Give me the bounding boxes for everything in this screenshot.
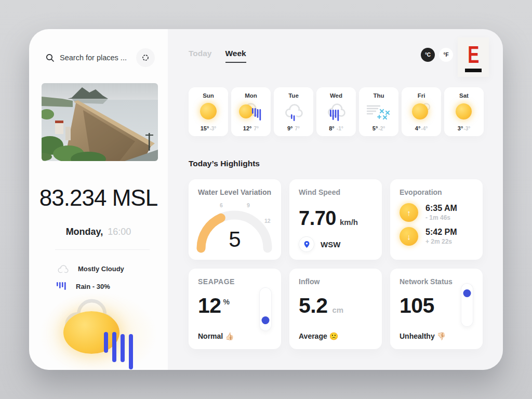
wind-speed-unit: km/h	[340, 218, 358, 227]
wind-direction-label: WSW	[321, 240, 340, 249]
logo-letter: E	[468, 43, 479, 66]
card-title: Evoporation	[400, 188, 473, 196]
gauge-tick: 9	[247, 202, 250, 208]
celsius-button[interactable]: °C	[421, 48, 435, 62]
condition-cloudy: Mostly Cloudy	[56, 264, 124, 274]
slider-handle[interactable]	[463, 289, 471, 297]
fahrenheit-button[interactable]: °F	[439, 48, 453, 62]
network-status-value: 105	[400, 294, 434, 318]
evo-delta: - 1m 46s	[425, 214, 457, 221]
crosshair-icon	[141, 54, 150, 62]
day-temps: 8° -1°	[329, 125, 343, 131]
day-temps: 12° 7°	[243, 125, 259, 131]
day-temps: 3°-3°	[458, 125, 470, 131]
evoporation-card: Evoporation ↑ 6:35 AM - 1m 46s ↓ 5:42 PM…	[390, 179, 483, 260]
sunny-icon	[450, 100, 477, 123]
day-label: Monday,	[66, 227, 103, 237]
day-card-tue[interactable]: Tue	[274, 87, 313, 136]
direction-pin-icon	[299, 236, 314, 252]
day-temps: 15°-3°	[201, 125, 217, 131]
tab-today[interactable]: Today	[189, 49, 212, 63]
highlights-title: Today’s Highlights	[189, 159, 260, 168]
evoporation-rise-row: ↑ 6:35 AM - 1m 46s	[400, 203, 457, 222]
day-name: Mon	[245, 92, 257, 99]
card-title: Inflow	[299, 277, 373, 286]
brand-logo: E	[458, 37, 489, 77]
wind-direction: WSW	[299, 236, 340, 252]
divider	[55, 249, 150, 250]
day-temps: 5°-2°	[373, 125, 385, 131]
day-name: Fri	[418, 92, 425, 99]
day-card-wed[interactable]: Wed	[316, 87, 356, 136]
search-input[interactable]	[60, 54, 127, 62]
day-name: Sat	[459, 92, 469, 99]
inflow-status: Average 🙁	[299, 332, 338, 340]
day-card-sat[interactable]: Sat 3°-3°	[444, 87, 484, 136]
search-bar[interactable]	[46, 48, 155, 68]
day-card-sun[interactable]: Sun 15°-3°	[189, 87, 228, 136]
seapage-status: Normal 👍🏻	[198, 332, 234, 340]
sun-cloud-rain-icon	[237, 100, 264, 123]
network-status-label: Unhealthy 👎🏻	[400, 332, 446, 340]
unit-toggle: °C °F	[421, 48, 453, 62]
network-status-card: Network Status 105 Unhealthy 👎🏻	[390, 269, 483, 349]
day-card-fri[interactable]: Fri 4°-4°	[402, 87, 441, 136]
water-level-variation-card: Water Level Variation 6 9 12 5	[189, 179, 281, 260]
main-panel: Today Week °C °F E Sun 15°-3° Mon	[168, 29, 503, 370]
down-arrow-icon: ↓	[400, 227, 418, 246]
seapage-unit: %	[223, 298, 230, 306]
view-tabs: Today Week	[189, 49, 246, 63]
wind-speed-value: 7.70	[299, 207, 336, 230]
weather-dashboard-window: 83.234 MSL Monday, 16:00 Mostly Cloudy	[29, 29, 503, 370]
seapage-card: SEAPAGE 12 % Normal 👍🏻	[189, 269, 281, 349]
sidebar: 83.234 MSL Monday, 16:00 Mostly Cloudy	[29, 29, 168, 370]
card-title: SEAPAGE	[198, 277, 272, 286]
slider-handle[interactable]	[262, 316, 270, 324]
cloud-rain-icon	[323, 100, 350, 123]
evo-delta: + 2m 22s	[425, 238, 457, 245]
gauge-tick: 12	[264, 218, 271, 224]
search-icon	[46, 54, 55, 62]
water-level-reading: 83.234 MSL	[29, 185, 168, 211]
day-card-mon[interactable]: Mon	[231, 87, 271, 136]
wind-speed-card: Wind Speed 7.70 km/h WSW	[289, 179, 382, 260]
gauge-tick: 6	[220, 202, 223, 208]
network-slider[interactable]	[461, 283, 473, 327]
up-arrow-icon: ↑	[400, 203, 418, 222]
day-name: Sun	[203, 92, 214, 99]
week-forecast-row: Sun 15°-3° Mon	[189, 87, 484, 136]
evo-time: 6:35 AM	[425, 204, 457, 213]
seapage-slider[interactable]	[259, 287, 272, 331]
card-title: Wind Speed	[299, 188, 373, 196]
weather-illustration	[29, 286, 168, 370]
seapage-value: 12	[198, 294, 221, 318]
wind-snow-icon	[365, 100, 392, 123]
datetime: Monday, 16:00	[29, 227, 168, 237]
sun-behind-cloud-icon	[408, 100, 435, 123]
day-temps: 4°-4°	[415, 125, 428, 131]
time-label: 16:00	[108, 227, 131, 237]
day-card-thu[interactable]: Thu	[359, 87, 398, 136]
inflow-value: 5.2	[299, 294, 328, 318]
evoporation-set-row: ↓ 5:42 PM + 2m 22s	[400, 227, 457, 246]
cloud-icon	[56, 264, 70, 274]
condition-label: Mostly Cloudy	[78, 265, 124, 273]
day-name: Tue	[288, 92, 299, 99]
inflow-unit: cm	[332, 305, 344, 314]
day-name: Wed	[330, 92, 342, 99]
day-name: Thu	[373, 92, 384, 99]
logo-underline	[465, 69, 482, 72]
sunny-icon	[195, 100, 222, 123]
locate-button[interactable]	[136, 48, 155, 67]
gauge-value: 5	[189, 227, 281, 252]
tab-week[interactable]: Week	[225, 49, 246, 63]
cloud-drizzle-icon	[280, 100, 307, 123]
inflow-card: Inflow 5.2 cm Average 🙁	[289, 269, 382, 349]
day-temps: 9° 7°	[287, 125, 300, 131]
big-rain-icon	[103, 331, 136, 370]
evo-time: 5:42 PM	[425, 228, 457, 237]
dam-photo	[42, 83, 158, 161]
